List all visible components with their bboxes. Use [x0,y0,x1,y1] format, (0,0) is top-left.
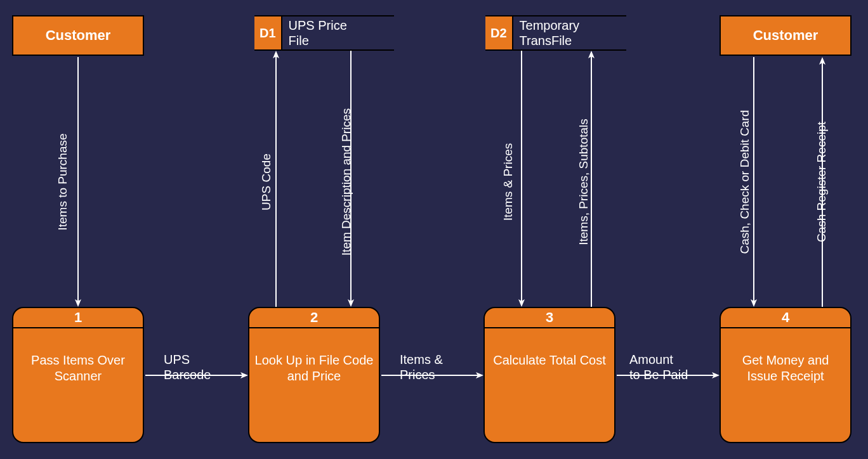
entity-label: Customer [46,27,111,44]
process-id: 3 [485,308,614,328]
process-label: Pass Items Over Scanner [13,328,143,384]
process-id: 1 [13,308,143,328]
process-label: Get Money and Issue Receipt [721,328,850,384]
datastore-d1: D1 UPS Price File [254,15,394,51]
process-3: 3 Calculate Total Cost [483,307,615,443]
flow-label-amount-to-be-paid: Amount to Be Paid [629,337,688,382]
datastore-d2: D2 Temporary TransFile [485,15,626,51]
flow-label-ups-barcode: UPS Barcode [164,337,211,382]
process-1: 1 Pass Items Over Scanner [12,307,144,443]
external-entity-customer-right: Customer [720,15,852,56]
datastore-id: D2 [485,16,513,49]
process-id: 4 [721,308,850,328]
flow-label-items-to-purchase: Items to Purchase [56,133,70,230]
flow-label-cash-register-receipt: Cash Register Receipt [815,122,829,242]
flow-label-items-and-prices-vertical: Items & Prices [501,143,515,221]
flow-label-cash-check-debit: Cash, Check or Debit Card [738,110,752,254]
flow-label-items-prices-subtotals: Items, Prices, Subtotals [577,119,591,245]
process-4: 4 Get Money and Issue Receipt [720,307,852,443]
flow-label-ups-code: UPS Code [260,153,273,210]
process-2: 2 Look Up in File Code and Price [248,307,380,443]
datastore-label: UPS Price File [282,16,353,49]
process-label: Look Up in File Code and Price [249,328,379,384]
process-id: 2 [249,308,379,328]
flow-label-items-and-prices-horizontal: Items & Prices [400,337,443,382]
entity-label: Customer [753,27,819,44]
datastore-id: D1 [254,16,282,49]
process-label: Calculate Total Cost [485,328,614,368]
flow-label-item-description-and-prices: Item Description and Prices [339,108,353,255]
datastore-label: Temporary TransFile [513,16,586,49]
dfd-canvas: Customer Customer D1 UPS Price File D2 T… [0,0,868,459]
external-entity-customer-left: Customer [12,15,144,56]
